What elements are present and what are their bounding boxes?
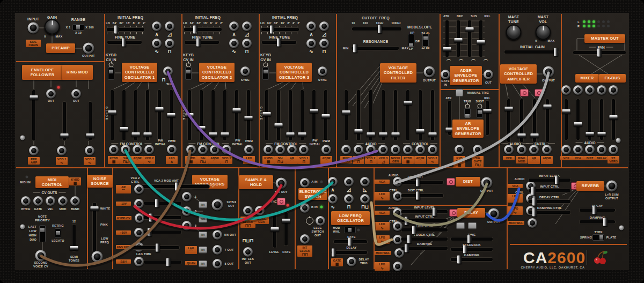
vca-slider[interactable] bbox=[507, 99, 510, 142]
reverb-slider[interactable] bbox=[580, 220, 615, 224]
slider-thumb[interactable] bbox=[598, 132, 606, 136]
delay-mode-button-1[interactable] bbox=[456, 222, 465, 229]
wave-jack[interactable] bbox=[306, 21, 316, 31]
mixer-slider[interactable] bbox=[600, 99, 603, 140]
lfo-rate-slider[interactable] bbox=[334, 240, 367, 243]
reverb-output-jack[interactable] bbox=[606, 181, 618, 192]
fm-jack[interactable] bbox=[121, 145, 130, 154]
dist-amt-slider[interactable] bbox=[401, 181, 443, 184]
vproc-slider-6[interactable] bbox=[144, 230, 181, 234]
sh-out-jack[interactable] bbox=[276, 178, 287, 189]
inv-button-1[interactable]: INV bbox=[199, 202, 207, 208]
slider-thumb[interactable] bbox=[433, 208, 437, 216]
vco1-slider[interactable] bbox=[146, 90, 149, 140]
fm-jack[interactable] bbox=[133, 145, 142, 154]
slider-thumb[interactable] bbox=[610, 115, 618, 120]
wave-jack[interactable] bbox=[242, 21, 252, 31]
fm-jack[interactable] bbox=[109, 145, 119, 154]
slider-thumb[interactable] bbox=[298, 132, 306, 137]
vproc-slider-2[interactable] bbox=[144, 202, 181, 205]
delay-trig-jack[interactable] bbox=[347, 257, 356, 266]
cv-jack[interactable] bbox=[21, 196, 31, 206]
fm-jack[interactable] bbox=[144, 145, 154, 154]
wave-jack[interactable] bbox=[328, 177, 338, 187]
vca-lin-button-2[interactable] bbox=[535, 89, 543, 96]
gate-jack[interactable] bbox=[473, 145, 482, 154]
slider-thumb[interactable] bbox=[233, 108, 241, 113]
slider-thumb[interactable] bbox=[156, 244, 160, 252]
fm-jack[interactable] bbox=[186, 145, 196, 154]
vproc-mid-jack[interactable] bbox=[182, 206, 192, 216]
mixer-slider[interactable] bbox=[576, 99, 580, 140]
adsr-slider[interactable] bbox=[468, 20, 471, 57]
wave-jack[interactable] bbox=[229, 39, 239, 48]
vco3-cv-switch[interactable] bbox=[262, 67, 269, 80]
mixer-jack[interactable] bbox=[573, 85, 583, 95]
vco1-sub-jack[interactable] bbox=[163, 66, 173, 76]
reverb-type-switch[interactable] bbox=[592, 234, 604, 241]
vco2-fine-tune-slider[interactable] bbox=[185, 41, 219, 44]
mixer-slider[interactable] bbox=[612, 99, 615, 140]
slider-thumb[interactable] bbox=[555, 176, 559, 184]
vca-slider[interactable] bbox=[533, 99, 536, 142]
slider-thumb[interactable] bbox=[477, 40, 485, 44]
slider-thumb[interactable] bbox=[378, 25, 382, 33]
gate-jack[interactable] bbox=[455, 145, 464, 154]
gate-tag[interactable]: GATE▦ bbox=[331, 258, 343, 266]
sh-clock-in-jack[interactable] bbox=[243, 206, 253, 215]
vca2-mod-amt-slider[interactable] bbox=[142, 185, 209, 188]
slider-thumb[interactable] bbox=[355, 129, 363, 133]
out-1234-jack[interactable] bbox=[212, 199, 223, 211]
slider-thumb[interactable] bbox=[332, 249, 336, 257]
env-follower-out-jack[interactable] bbox=[46, 89, 56, 99]
slider-thumb[interactable] bbox=[367, 132, 375, 137]
slider-thumb[interactable] bbox=[353, 44, 357, 53]
range-switch[interactable] bbox=[72, 24, 84, 31]
fm-jack[interactable] bbox=[210, 145, 219, 154]
slider-thumb[interactable] bbox=[592, 206, 597, 214]
vco2-range-slider[interactable] bbox=[184, 28, 222, 31]
mixer-slider[interactable] bbox=[565, 99, 568, 140]
control-jack[interactable] bbox=[428, 145, 437, 154]
pwm-jack[interactable] bbox=[167, 145, 177, 154]
vco3-slider[interactable] bbox=[265, 90, 268, 140]
slider-thumb[interactable] bbox=[30, 95, 38, 100]
vco3-slider[interactable] bbox=[312, 90, 316, 140]
slider-thumb[interactable] bbox=[275, 123, 283, 128]
vco2-slider[interactable] bbox=[211, 90, 215, 140]
slider-thumb[interactable] bbox=[277, 39, 281, 47]
slider-thumb[interactable] bbox=[91, 206, 99, 211]
ar-rel-slider[interactable] bbox=[486, 101, 489, 135]
b-in-jack[interactable] bbox=[300, 203, 310, 213]
cntrl-jack[interactable] bbox=[542, 145, 552, 154]
wave-jack[interactable] bbox=[360, 177, 370, 187]
slider-thumb[interactable] bbox=[86, 133, 94, 138]
wave-jack[interactable] bbox=[328, 194, 338, 204]
retrig-switch[interactable] bbox=[55, 228, 61, 238]
vca-slider[interactable] bbox=[546, 99, 549, 142]
vproc-input-jack[interactable] bbox=[134, 184, 144, 194]
mast-tune-knob[interactable] bbox=[506, 25, 522, 40]
reverb-slider[interactable] bbox=[529, 200, 570, 203]
vco1-slider[interactable] bbox=[111, 90, 114, 140]
second-voice-cv-jack[interactable] bbox=[35, 250, 47, 262]
env-follower-slider[interactable] bbox=[32, 90, 35, 140]
delay-slider[interactable] bbox=[451, 237, 493, 241]
preamp-input-jack[interactable] bbox=[28, 23, 39, 34]
trig-switch[interactable] bbox=[464, 108, 471, 118]
vco1-cv-switch[interactable] bbox=[108, 67, 114, 80]
elec-switch-out-jack[interactable] bbox=[316, 216, 325, 226]
fm-jack[interactable] bbox=[275, 145, 285, 154]
preamp-output-jack[interactable] bbox=[83, 43, 94, 54]
dist-output-jack[interactable] bbox=[481, 177, 493, 189]
vcf-slider[interactable] bbox=[394, 90, 397, 140]
delay-input-jack[interactable] bbox=[393, 262, 402, 271]
slider-thumb[interactable] bbox=[392, 132, 400, 137]
vca-slider[interactable] bbox=[520, 99, 523, 142]
slider-thumb[interactable] bbox=[148, 228, 152, 236]
sh-rate-slider[interactable] bbox=[284, 212, 288, 245]
vproc-input-jack[interactable] bbox=[135, 213, 144, 223]
delay-slider[interactable] bbox=[451, 258, 493, 261]
pwm-jack[interactable] bbox=[321, 145, 331, 154]
reverb-slider[interactable] bbox=[529, 189, 570, 192]
